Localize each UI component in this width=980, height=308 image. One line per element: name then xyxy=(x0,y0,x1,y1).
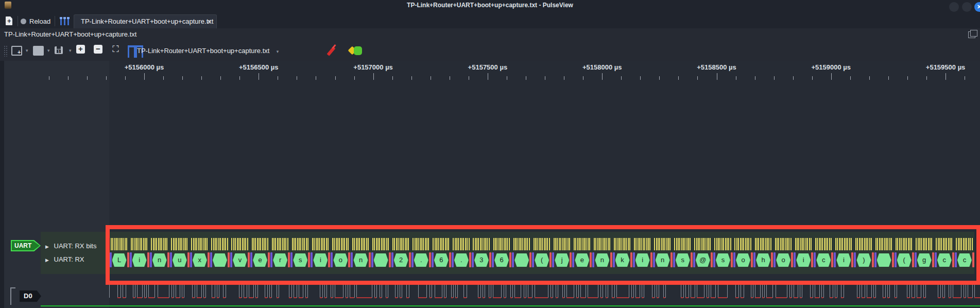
separator xyxy=(18,16,18,26)
trace-view[interactable]: +5156000 µs+5156500 µs+5157000 µs+515750… xyxy=(0,61,980,308)
device-select-value: TP-Link+Router+UART+boot+up+capture.txt xyxy=(137,47,269,55)
tab-close-icon[interactable]: ✕ xyxy=(207,15,212,28)
save-icon xyxy=(55,46,63,54)
session-tab-bar: + Reload TP-Link+Router+UART+boot+up+cap… xyxy=(0,14,980,29)
save-file-button[interactable]: ▾ xyxy=(55,45,74,57)
tab-label: TP-Link+Router+UART+boot+up+capture.txt xyxy=(81,15,213,28)
tab-capture-file[interactable]: TP-Link+Router+UART+boot+up+capture.txt … xyxy=(74,14,217,29)
reload-button[interactable]: Reload xyxy=(21,16,50,26)
dock-title-bar: TP-Link+Router+UART+boot+up+capture.txt xyxy=(0,28,980,42)
title-bar: TP-Link+Router+UART+boot+up+capture.txt … xyxy=(0,0,980,14)
separator xyxy=(55,16,55,26)
zoom-in-icon: + xyxy=(76,45,85,54)
open-file-button[interactable]: ▾ xyxy=(33,45,53,57)
dock-title: TP-Link+Router+UART+boot+up+capture.txt xyxy=(4,30,136,38)
new-session-button[interactable]: + xyxy=(4,16,15,26)
float-dock-icon[interactable] xyxy=(968,31,975,38)
toolbar-drag-handle[interactable] xyxy=(4,45,7,57)
pulseview-window: TP-Link+Router+UART+boot+up+capture.txt … xyxy=(0,0,980,308)
reload-icon xyxy=(21,19,26,24)
close-button[interactable]: ✕ xyxy=(974,2,980,12)
zoom-fit-icon: ⛶ xyxy=(111,45,120,54)
minimize-button[interactable] xyxy=(949,2,959,12)
device-select-dropdown[interactable]: TP-Link+Router+UART+boot+up+capture.txt … xyxy=(137,45,269,57)
new-view-button[interactable]: + ▾ xyxy=(11,45,31,57)
open-file-icon xyxy=(33,46,44,56)
session-settings-icon[interactable] xyxy=(60,17,69,25)
highlight-rectangle xyxy=(106,225,980,285)
window-title: TP-Link+Router+UART+boot+up+capture.txt … xyxy=(0,2,980,9)
zoom-out-icon: − xyxy=(94,45,102,54)
add-decoder-icon[interactable] xyxy=(349,46,363,56)
maximize-button[interactable] xyxy=(962,2,972,12)
main-toolbar: + ▾ ▾ ▾ + − ⛶ TP-Link+Router+UART+boot+u… xyxy=(0,41,980,61)
run-probe-icon[interactable] xyxy=(328,45,339,57)
